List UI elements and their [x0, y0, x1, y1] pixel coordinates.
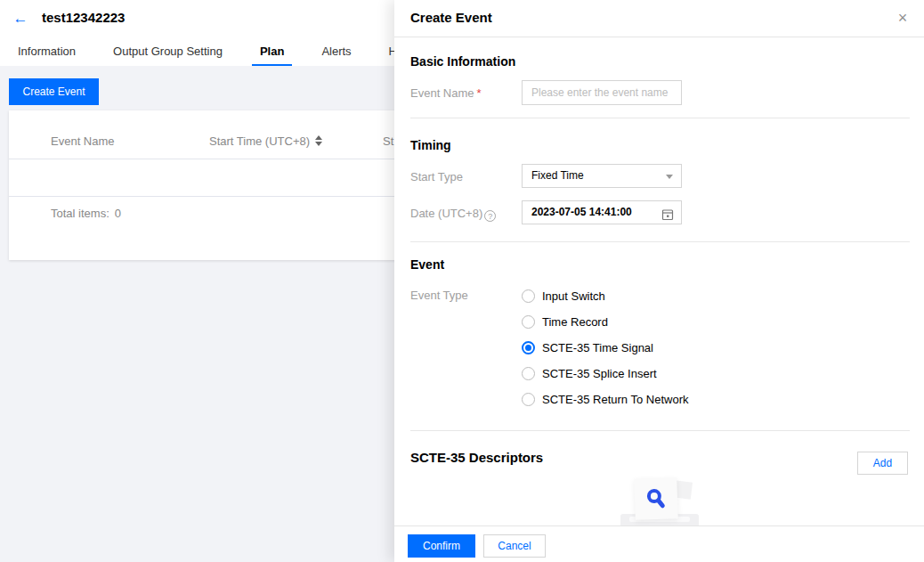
timing-heading: Timing [410, 138, 451, 152]
event-heading: Event [410, 257, 444, 272]
question-circle-icon[interactable] [484, 210, 496, 222]
total-items: Total items:0 [51, 207, 121, 220]
drawer-footer: Confirm Cancel [394, 525, 924, 562]
confirm-button[interactable]: Confirm [408, 534, 475, 558]
total-items-count: 0 [115, 207, 121, 220]
sort-arrows-icon[interactable] [315, 135, 322, 146]
radio-option-scte35-time-signal[interactable]: SCTE-35 Time Signal [522, 335, 689, 361]
section-divider [410, 241, 910, 242]
radio-option-input-switch[interactable]: Input Switch [522, 283, 689, 309]
chevron-down-icon [666, 175, 673, 179]
radio-button-icon[interactable] [522, 393, 535, 406]
tab-information[interactable]: Information [10, 39, 84, 66]
column-header-start-time-label: Start Time (UTC+8) [209, 134, 310, 148]
start-type-select[interactable]: Fixed Time [522, 164, 682, 188]
section-divider [410, 118, 910, 118]
create-event-button[interactable]: Create Event [9, 78, 99, 105]
radio-option-label: SCTE-35 Return To Network [542, 393, 689, 406]
event-name-input[interactable] [522, 80, 682, 105]
tab-output-group-setting[interactable]: Output Group Setting [105, 39, 231, 66]
date-input[interactable]: 2023-07-05 14:41:00 [522, 200, 682, 224]
radio-button-icon[interactable] [522, 315, 535, 329]
drawer-title: Create Event [410, 10, 492, 25]
tab-alerts[interactable]: Alerts [313, 39, 359, 66]
column-header-event-name: Event Name [51, 133, 115, 151]
event-type-radio-group: Input Switch Time Record SCTE-35 Time Si… [522, 283, 689, 412]
scte35-descriptors-heading: SCTE-35 Descriptors [410, 450, 543, 465]
cancel-button[interactable]: Cancel [483, 534, 546, 558]
total-items-label: Total items: [51, 207, 109, 220]
column-header-status: St [383, 133, 393, 151]
create-event-drawer: Create Event Basic Information Event Nam… [394, 0, 924, 562]
add-descriptor-button[interactable]: Add [857, 452, 908, 475]
date-label-text: Date (UTC+8) [410, 207, 482, 220]
event-name-label-text: Event Name [410, 86, 474, 100]
radio-option-label: Input Switch [542, 289, 605, 303]
radio-option-label: Time Record [542, 315, 608, 329]
search-icon [644, 487, 669, 511]
radio-button-selected-icon[interactable] [522, 341, 535, 354]
start-type-label: Start Type [410, 170, 463, 183]
drawer-header: Create Event [394, 0, 924, 37]
illustration-panel [634, 477, 678, 520]
required-asterisk: * [477, 86, 482, 100]
radio-option-label: SCTE-35 Time Signal [542, 341, 653, 354]
section-divider [410, 430, 910, 431]
start-type-value: Fixed Time [531, 169, 584, 182]
tab-plan[interactable]: Plan [252, 39, 292, 66]
calendar-icon[interactable] [661, 207, 674, 229]
radio-option-label: SCTE-35 Splice Insert [542, 367, 657, 380]
radio-button-icon[interactable] [522, 289, 535, 303]
date-value: 2023-07-05 14:41:00 [531, 206, 632, 218]
basic-information-heading: Basic Information [410, 54, 515, 69]
close-icon[interactable] [892, 7, 913, 29]
event-type-label: Event Type [410, 289, 468, 302]
radio-option-time-record[interactable]: Time Record [522, 309, 689, 335]
back-arrow-icon[interactable]: ← [11, 9, 30, 29]
page-title: test12342223 [42, 10, 125, 25]
radio-option-scte35-splice-insert[interactable]: SCTE-35 Splice Insert [522, 361, 689, 387]
column-header-start-time[interactable]: Start Time (UTC+8) [209, 133, 322, 151]
app-root: ← test12342223 Information Output Group … [0, 0, 924, 562]
radio-button-icon[interactable] [522, 367, 535, 380]
tab-bar: Information Output Group Setting Plan Al… [10, 39, 451, 66]
radio-option-scte35-return-to-network[interactable]: SCTE-35 Return To Network [522, 387, 689, 412]
date-label: Date (UTC+8) [410, 207, 496, 222]
event-name-label: Event Name* [410, 86, 482, 100]
